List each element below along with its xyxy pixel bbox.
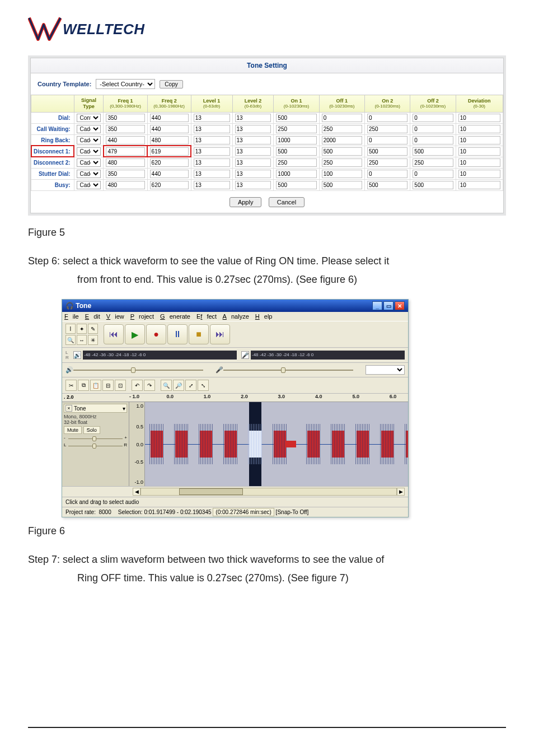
value-input[interactable]: [458, 125, 500, 133]
signal-type-select[interactable]: Continuous: [77, 114, 101, 122]
value-input[interactable]: [194, 170, 230, 178]
gain-slider[interactable]: -+: [64, 436, 127, 441]
pause-icon[interactable]: ⏸: [167, 324, 188, 344]
zoom-out-icon[interactable]: 🔎: [173, 380, 184, 391]
value-input[interactable]: [367, 181, 407, 189]
value-input[interactable]: [413, 114, 453, 122]
play-icon[interactable]: ▶: [125, 324, 145, 344]
value-input[interactable]: [276, 125, 316, 133]
value-input[interactable]: [235, 158, 271, 167]
value-input[interactable]: [150, 114, 189, 122]
value-input[interactable]: [106, 147, 144, 156]
zoom-in-icon[interactable]: 🔍: [161, 380, 172, 391]
undo-icon[interactable]: ↶: [132, 380, 143, 391]
envelope-tool-icon[interactable]: ✦: [77, 324, 87, 334]
value-input[interactable]: [150, 158, 189, 167]
value-input[interactable]: [106, 114, 144, 122]
waveform-canvas[interactable]: [145, 402, 408, 486]
maximize-button[interactable]: ▭: [383, 301, 394, 310]
multi-tool-icon[interactable]: ✳: [88, 335, 98, 345]
value-input[interactable]: [106, 136, 144, 144]
value-input[interactable]: [458, 158, 500, 167]
value-input[interactable]: [106, 125, 144, 133]
menu-generate[interactable]: Generate: [160, 313, 190, 320]
value-input[interactable]: [106, 158, 144, 167]
signal-type-select[interactable]: Cadence: [77, 158, 101, 167]
input-device-select[interactable]: [366, 365, 405, 375]
horizontal-scrollbar[interactable]: ◀ ▶: [62, 486, 408, 497]
value-input[interactable]: [106, 181, 144, 189]
value-input[interactable]: [235, 125, 271, 133]
record-icon[interactable]: ●: [146, 324, 166, 344]
trim-icon[interactable]: ⊟: [102, 380, 114, 391]
value-input[interactable]: [413, 136, 453, 144]
track-name-dropdown[interactable]: ×Tone ▾: [64, 404, 127, 413]
value-input[interactable]: [194, 147, 230, 156]
apply-button[interactable]: Apply: [229, 197, 262, 207]
value-input[interactable]: [235, 181, 271, 189]
value-input[interactable]: [235, 136, 271, 144]
draw-tool-icon[interactable]: ✎: [88, 324, 98, 334]
signal-type-select[interactable]: Cadence: [77, 136, 101, 144]
close-button[interactable]: ✕: [395, 301, 405, 310]
output-meter-icon[interactable]: 🔊: [73, 351, 81, 359]
value-input[interactable]: [235, 170, 271, 178]
value-input[interactable]: [194, 181, 230, 189]
value-input[interactable]: [150, 170, 189, 178]
value-input[interactable]: [458, 114, 500, 122]
signal-type-select[interactable]: Cadence: [77, 170, 101, 178]
value-input[interactable]: [458, 181, 500, 189]
value-input[interactable]: [458, 170, 500, 178]
value-input[interactable]: [235, 147, 271, 156]
cut-icon[interactable]: ✂: [65, 380, 77, 391]
skip-start-icon[interactable]: ⏮: [104, 324, 124, 344]
value-input[interactable]: [276, 181, 316, 189]
value-input[interactable]: [235, 114, 271, 122]
value-input[interactable]: [413, 147, 453, 156]
skip-end-icon[interactable]: ⏭: [210, 324, 230, 344]
menu-edit[interactable]: Edit: [85, 313, 100, 320]
value-input[interactable]: [276, 114, 316, 122]
value-input[interactable]: [367, 147, 407, 156]
value-input[interactable]: [367, 170, 407, 178]
stop-icon[interactable]: ■: [189, 324, 209, 344]
menu-help[interactable]: Help: [255, 313, 273, 320]
menu-effect[interactable]: Effect: [196, 313, 217, 320]
value-input[interactable]: [458, 147, 500, 156]
value-input[interactable]: [413, 181, 453, 189]
signal-type-select[interactable]: Cadence: [77, 125, 101, 133]
redo-icon[interactable]: ↷: [144, 380, 155, 391]
minimize-button[interactable]: _: [372, 301, 382, 310]
solo-button[interactable]: Solo: [83, 426, 100, 434]
value-input[interactable]: [458, 136, 500, 144]
menu-project[interactable]: Project: [130, 313, 154, 320]
value-input[interactable]: [322, 170, 362, 178]
signal-type-select[interactable]: Cadence: [77, 147, 101, 156]
value-input[interactable]: [322, 181, 362, 189]
value-input[interactable]: [194, 158, 230, 167]
value-input[interactable]: [276, 170, 316, 178]
value-input[interactable]: [367, 158, 407, 167]
output-volume-slider[interactable]: 🔊: [65, 367, 211, 373]
value-input[interactable]: [367, 114, 407, 122]
value-input[interactable]: [106, 170, 144, 178]
track-close-icon[interactable]: ×: [65, 405, 72, 412]
value-input[interactable]: [322, 136, 362, 144]
zoom-tool-icon[interactable]: 🔍: [65, 335, 76, 345]
value-input[interactable]: [194, 125, 230, 133]
value-input[interactable]: [322, 158, 362, 167]
pan-slider[interactable]: LR: [64, 444, 127, 449]
value-input[interactable]: [413, 158, 453, 167]
value-input[interactable]: [367, 136, 407, 144]
mute-button[interactable]: Mute: [64, 426, 82, 434]
value-input[interactable]: [322, 147, 362, 156]
value-input[interactable]: [194, 136, 230, 144]
value-input[interactable]: [413, 125, 453, 133]
menu-file[interactable]: File: [64, 313, 79, 320]
country-template-select[interactable]: -Select Country-: [96, 79, 155, 89]
value-input[interactable]: [150, 136, 189, 144]
cancel-button[interactable]: Cancel: [269, 197, 305, 207]
silence-icon[interactable]: ⊡: [115, 380, 126, 391]
menu-analyze[interactable]: Analyze: [223, 313, 249, 320]
copy-icon[interactable]: ⧉: [78, 380, 89, 391]
